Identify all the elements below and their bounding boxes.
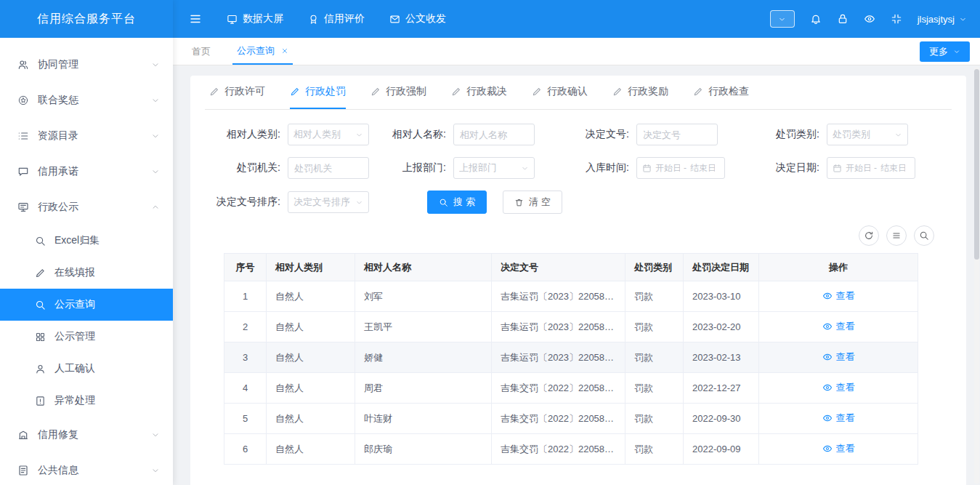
tab-home[interactable]: 首页 bbox=[192, 45, 211, 58]
sidebar-item-credit-repair[interactable]: 信用修复 bbox=[0, 417, 173, 452]
fullscreen-button[interactable] bbox=[891, 13, 902, 25]
sidebar-item-public-info[interactable]: 公共信息 bbox=[0, 452, 173, 485]
filter-label: 处罚机关: bbox=[208, 161, 280, 175]
cell-doc: 吉集交罚〔2022〕2205820... bbox=[492, 404, 625, 434]
cell-penalty: 罚款 bbox=[625, 373, 684, 404]
view-link[interactable]: 查看 bbox=[822, 289, 855, 302]
cell-seq: 6 bbox=[224, 434, 267, 465]
tab-admin-confirmation[interactable]: 行政确认 bbox=[532, 76, 588, 109]
sidebar-item-collaboration[interactable]: 协同管理 bbox=[0, 47, 173, 82]
report-dept-select[interactable]: 上报部门 bbox=[453, 157, 535, 179]
storage-time-range-picker[interactable]: 开始日期 - 结束日期 bbox=[636, 157, 725, 179]
search-button[interactable]: 搜索 bbox=[427, 191, 487, 214]
select-placeholder: 相对人类别 bbox=[293, 128, 355, 141]
decision-date-range-picker[interactable]: 开始日期 - 结束日期 bbox=[827, 157, 915, 179]
more-button[interactable]: 更多 bbox=[920, 41, 970, 62]
tab-admin-reward[interactable]: 行政奖励 bbox=[612, 76, 668, 109]
tab-label: 行政确认 bbox=[547, 85, 588, 98]
relative-type-select[interactable]: 相对人类别 bbox=[288, 124, 369, 145]
lock-icon bbox=[837, 13, 849, 25]
clear-button[interactable]: 清空 bbox=[503, 191, 562, 214]
search-icon bbox=[35, 236, 46, 246]
notification-button[interactable] bbox=[810, 13, 822, 25]
tab-admin-license[interactable]: 行政许可 bbox=[209, 76, 265, 109]
column-settings-button[interactable] bbox=[886, 225, 907, 246]
cell-penalty: 罚款 bbox=[625, 342, 684, 373]
topbar: 数据大屏 信用评价 公文收发 bbox=[173, 0, 980, 38]
view-label: 查看 bbox=[836, 412, 855, 425]
tab-admin-inspection[interactable]: 行政检查 bbox=[693, 76, 749, 109]
cell-date: 2023-02-20 bbox=[684, 312, 759, 342]
view-link[interactable]: 查看 bbox=[822, 412, 855, 425]
submenu-item-excel-collection[interactable]: Excel归集 bbox=[0, 225, 173, 257]
submenu-item-public-manage[interactable]: 公示管理 bbox=[0, 321, 173, 353]
cell-type: 自然人 bbox=[267, 342, 355, 373]
penalty-type-select[interactable]: 处罚类别 bbox=[827, 124, 908, 145]
pencil-icon bbox=[290, 87, 300, 97]
doc-no-input[interactable] bbox=[636, 124, 718, 145]
sidebar-item-resource-catalog[interactable]: 资源目录 bbox=[0, 118, 173, 153]
view-link[interactable]: 查看 bbox=[822, 442, 855, 455]
cell-name: 叶连财 bbox=[355, 404, 492, 434]
user-menu[interactable]: jlsjasjtysj bbox=[918, 14, 967, 25]
chevron-down-icon bbox=[953, 48, 960, 55]
view-link[interactable]: 查看 bbox=[822, 320, 855, 333]
calendar-icon bbox=[642, 164, 652, 173]
cell-penalty: 罚款 bbox=[625, 434, 684, 465]
chevron-down-icon bbox=[959, 15, 967, 23]
column-header: 决定文号 bbox=[492, 254, 625, 281]
sidebar-item-credit-promise[interactable]: 信用承诺 bbox=[0, 153, 173, 189]
tab-public-query[interactable]: 公示查询 bbox=[232, 38, 293, 65]
category-tabs: 行政许可 行政处罚 行政强制 行政裁决 行政确认 bbox=[205, 76, 952, 110]
density-icon bbox=[891, 231, 902, 241]
view-label: 查看 bbox=[836, 442, 855, 455]
menu-toggle-button[interactable] bbox=[189, 12, 202, 25]
topbar-dropdown[interactable] bbox=[770, 10, 795, 28]
tab-admin-ruling[interactable]: 行政裁决 bbox=[451, 76, 507, 109]
cell-seq: 1 bbox=[224, 281, 267, 312]
tab-admin-coercion[interactable]: 行政强制 bbox=[370, 76, 426, 109]
scrollbar[interactable] bbox=[974, 67, 979, 484]
scrollbar-thumb[interactable] bbox=[974, 69, 979, 260]
submenu-item-online-filling[interactable]: 在线填报 bbox=[0, 257, 173, 289]
refresh-button[interactable] bbox=[859, 225, 879, 246]
select-placeholder: 决定文号排序 bbox=[293, 196, 355, 209]
filter-label: 相对人名称: bbox=[388, 128, 446, 141]
top-nav-credit-evaluation[interactable]: 信用评价 bbox=[308, 12, 365, 25]
cell-doc: 吉集运罚〔2023〕2205820... bbox=[492, 342, 625, 373]
relative-name-input[interactable] bbox=[453, 124, 535, 145]
results-table: 序号 相对人类别 相对人名称 决定文号 处罚类别 处罚决定日期 操作 1 自然人 bbox=[224, 253, 918, 465]
cell-type: 自然人 bbox=[267, 404, 355, 434]
zoom-button[interactable] bbox=[914, 225, 934, 246]
sidebar-item-public-notice[interactable]: 行政公示 bbox=[0, 189, 173, 225]
close-icon[interactable] bbox=[281, 47, 288, 55]
cell-name: 娇健 bbox=[355, 342, 492, 373]
view-link[interactable]: 查看 bbox=[822, 381, 855, 394]
view-link[interactable]: 查看 bbox=[822, 350, 855, 364]
top-nav-label: 数据大屏 bbox=[243, 12, 283, 25]
doc-sort-select[interactable]: 决定文号排序 bbox=[288, 191, 369, 213]
chevron-down-icon bbox=[778, 15, 786, 23]
edit-icon bbox=[35, 268, 46, 278]
app-title: 信用综合服务平台 bbox=[0, 0, 173, 38]
cell-seq: 3 bbox=[224, 342, 267, 373]
people-icon bbox=[17, 59, 29, 71]
view-label: 查看 bbox=[836, 320, 855, 333]
penalty-org-input[interactable] bbox=[288, 157, 369, 179]
submenu-item-manual-confirm[interactable]: 人工确认 bbox=[0, 353, 173, 385]
eye-icon bbox=[864, 13, 875, 25]
lock-button[interactable] bbox=[837, 13, 849, 25]
top-nav-document-exchange[interactable]: 公文收发 bbox=[389, 12, 446, 25]
column-header: 相对人名称 bbox=[355, 254, 492, 281]
tab-admin-penalty[interactable]: 行政处罚 bbox=[290, 76, 346, 109]
sidebar-item-label: 信用修复 bbox=[38, 428, 142, 441]
submenu-item-exception-handle[interactable]: 异常处理 bbox=[0, 385, 173, 417]
top-nav-data-screen[interactable]: 数据大屏 bbox=[227, 12, 283, 25]
sidebar-item-joint-reward-punish[interactable]: 联合奖惩 bbox=[0, 82, 173, 118]
date-separator: - bbox=[684, 163, 687, 173]
chevron-down-icon bbox=[355, 199, 363, 207]
submenu-item-public-query[interactable]: 公示查询 bbox=[0, 289, 173, 321]
visibility-button[interactable] bbox=[864, 13, 875, 25]
submenu-item-label: 在线填报 bbox=[54, 266, 95, 279]
table-tools bbox=[205, 224, 952, 253]
